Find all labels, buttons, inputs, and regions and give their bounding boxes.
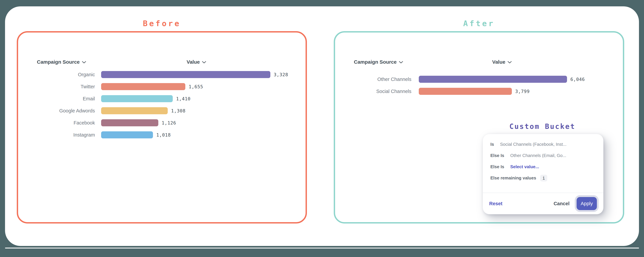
row-value: 6,046 [570,77,585,82]
condition-value[interactable]: Social Channels (Facebook, Inst... [500,142,566,147]
table-row: Instagram1,018 [18,129,306,141]
bucket-condition-row: Else IsOther Channels (Email, Go... [490,150,598,161]
value-bar[interactable] [101,119,158,126]
after-source-header-label: Campaign Source [354,59,397,65]
row-value: 1,126 [162,120,176,125]
chevron-down-icon [508,61,512,63]
before-value-column-header[interactable]: Value [187,59,206,65]
bucket-condition-row: Else IsSelect value... [490,161,598,172]
row-value: 1,410 [176,96,190,101]
before-source-header-label: Campaign Source [37,59,80,65]
chevron-down-icon [202,61,206,63]
condition-label: Else Is [490,153,504,158]
table-row: Social Channels3,799 [335,85,623,97]
condition-value[interactable]: Other Channels (Email, Go... [510,153,566,158]
row-value: 1,018 [156,132,171,138]
table-row: Email1,410 [18,93,306,105]
value-bar[interactable] [101,71,270,78]
info-icon[interactable]: i [540,175,547,181]
row-label: Email [18,96,95,102]
before-value-header-label: Value [187,59,200,65]
custom-bucket-rows: IsSocial Channels (Facebook, Inst...Else… [490,139,598,184]
before-panel: Campaign Source Value Organic3,328Twitte… [17,31,307,224]
row-value: 1,655 [189,84,203,89]
value-bar[interactable] [101,83,185,90]
chevron-down-icon [82,61,86,63]
row-value: 3,799 [515,89,530,94]
custom-bucket-popup: IsSocial Channels (Facebook, Inst...Else… [483,134,604,214]
before-table-rows: Organic3,328Twitter1,655Email1,410Google… [18,68,306,141]
after-title: After [463,19,495,28]
apply-button[interactable]: Apply [576,197,597,210]
value-bar[interactable] [419,76,567,83]
card-bottom-edge [5,248,639,249]
row-label: Organic [18,72,95,77]
value-bar[interactable] [419,88,512,95]
bucket-condition-row: Else remaining valuesi [490,172,598,184]
table-row: Organic3,328 [18,68,306,81]
after-source-column-header[interactable]: Campaign Source [354,59,403,65]
table-row: Twitter1,655 [18,81,306,93]
value-bar[interactable] [101,95,173,102]
custom-bucket-title: Custom Bucket [509,122,576,131]
condition-label: Else Is [490,164,504,169]
popup-footer: Reset Cancel Apply [489,193,597,214]
table-row: Other Channels6,046 [335,73,623,85]
after-table-rows: Other Channels6,046Social Channels3,799 [335,73,623,97]
row-label: Social Channels [335,89,412,94]
value-bar[interactable] [101,107,168,114]
after-value-column-header[interactable]: Value [492,59,512,65]
reset-button[interactable]: Reset [489,201,502,206]
row-value: 3,328 [274,72,288,77]
before-title: Before [143,19,181,28]
bucket-condition-row: IsSocial Channels (Facebook, Inst... [490,139,598,150]
condition-label: Is [490,142,494,147]
row-label: Twitter [18,84,95,89]
row-label: Instagram [18,132,95,138]
table-row: Google Adwords1,308 [18,105,306,117]
row-label: Other Channels [335,77,412,82]
table-row: Facebook1,126 [18,117,306,129]
row-value: 1,308 [171,108,186,113]
select-value-link[interactable]: Select value... [510,164,539,169]
value-bar[interactable] [101,131,153,138]
chevron-down-icon [399,61,403,63]
row-label: Facebook [18,120,95,126]
condition-label: Else remaining values [490,175,536,181]
row-label: Google Adwords [18,108,95,114]
after-panel: Campaign Source Value Other Channels6,04… [334,31,624,224]
cancel-button[interactable]: Cancel [554,201,570,206]
after-value-header-label: Value [492,59,505,65]
before-source-column-header[interactable]: Campaign Source [37,59,86,65]
